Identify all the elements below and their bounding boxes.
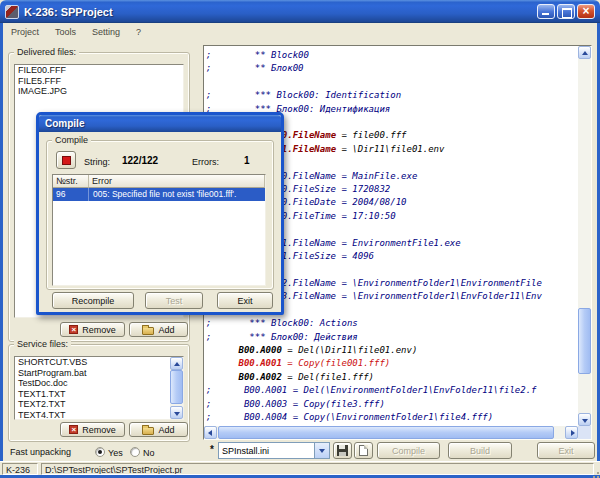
code-line: ; *** Блок00: Действия — [206, 331, 577, 344]
code-line: ; B00.A003 = Copy(file3.fff) — [206, 398, 577, 411]
maximize-button[interactable] — [557, 4, 575, 19]
modified-marker: * — [210, 444, 214, 455]
build-button[interactable]: Build — [448, 442, 512, 459]
menu-item-project[interactable]: Project — [3, 25, 47, 39]
code-line: ; *** Block00: Identification — [206, 89, 577, 102]
stop-icon — [62, 156, 71, 165]
compile-group-label: Compile — [52, 135, 91, 145]
stop-button[interactable] — [56, 151, 76, 169]
exit-button[interactable]: Exit — [537, 442, 595, 459]
delivered-remove-label: Remove — [82, 325, 116, 335]
editor-horizontal-scrollbar[interactable] — [204, 426, 578, 439]
remove-icon: × — [69, 425, 78, 434]
delivered-remove-button[interactable]: × Remove — [60, 322, 125, 337]
fast-unpacking-yes-label: Yes — [108, 448, 123, 458]
error-row[interactable]: 96005: Specified file not exist 'file001… — [53, 188, 265, 201]
code-line: ; B00.A001 = Del(\EnvironmentFolder1\Env… — [206, 384, 577, 397]
column-header-error[interactable]: Error — [89, 175, 265, 188]
fast-unpacking-yes-radio[interactable] — [95, 447, 105, 457]
window-title: K-236: SPProject — [24, 6, 537, 18]
list-item[interactable]: FILE00.FFF — [15, 65, 183, 76]
scroll-up-button[interactable] — [578, 46, 591, 59]
string-value: 122/122 — [122, 155, 158, 166]
dialog-title-bar[interactable]: Compile — [39, 115, 281, 132]
list-item[interactable]: TEXT1.TXT — [15, 389, 183, 400]
compile-dialog: Compile Compile String: 122/122 Errors: … — [36, 112, 284, 315]
service-scrollbar[interactable] — [170, 357, 183, 419]
exit-button-label: Exit — [558, 446, 573, 456]
test-button-label: Test — [166, 296, 183, 306]
dialog-exit-button-label: Exit — [237, 296, 252, 306]
folder-icon — [142, 327, 154, 335]
scrollbar-corner — [578, 426, 591, 439]
status-app-name: K-236 — [2, 463, 38, 475]
error-table[interactable]: №str. Error 96005: Specified file not ex… — [52, 174, 266, 286]
main-window: K-236: SPProject ProjectToolsSetting? De… — [0, 0, 600, 478]
scroll-thumb[interactable] — [170, 370, 183, 404]
service-files-label: Service files: — [14, 339, 71, 349]
menu-item-tools[interactable]: Tools — [47, 25, 84, 39]
code-line: ; *** Block00: Actions — [206, 317, 577, 330]
menu-item-setting[interactable]: Setting — [84, 25, 128, 39]
title-bar[interactable]: K-236: SPProject — [0, 0, 600, 23]
ini-file-value: SPInstall.ini — [219, 446, 314, 456]
build-button-label: Build — [470, 446, 490, 456]
compile-button[interactable]: Compile — [377, 442, 440, 459]
status-bar: K-236 D:\SPTestProject\SPTestProject.pr — [0, 461, 600, 475]
scroll-thumb[interactable] — [218, 426, 554, 439]
delivered-add-label: Add — [158, 325, 174, 335]
service-add-button[interactable]: Add — [129, 422, 188, 437]
minimize-button[interactable] — [537, 4, 555, 19]
ini-file-combobox[interactable]: SPInstall.ini — [218, 442, 330, 459]
close-button[interactable] — [577, 4, 595, 19]
delivered-add-button[interactable]: Add — [129, 322, 188, 337]
scroll-right-button[interactable] — [565, 426, 578, 439]
combobox-dropdown-button[interactable] — [314, 443, 329, 458]
list-item[interactable]: IMAGE.JPG — [15, 86, 183, 97]
list-item[interactable]: StartProgram.bat — [15, 368, 183, 379]
new-ini-button[interactable] — [354, 442, 373, 459]
dialog-title: Compile — [45, 118, 84, 129]
test-button[interactable]: Test — [145, 292, 203, 309]
service-remove-button[interactable]: × Remove — [60, 422, 125, 437]
new-document-icon — [359, 445, 368, 456]
list-item[interactable]: TEXT4.TXT — [15, 410, 183, 421]
scroll-down-button[interactable] — [578, 413, 591, 426]
list-item[interactable]: SHORTCUT.VBS — [15, 357, 183, 368]
list-item[interactable]: FILE5.FFF — [15, 76, 183, 87]
errors-label: Errors: — [192, 157, 219, 167]
code-line: ; B00.A005 = Exec(program1.exe) — [206, 424, 577, 425]
code-line: B00.A001 = Copy(file001.fff) — [206, 357, 577, 370]
string-label: String: — [84, 157, 110, 167]
list-item[interactable]: TEXT2.TXT — [15, 399, 183, 410]
delivered-files-label: Delivered files: — [14, 47, 79, 57]
fast-unpacking-no-radio[interactable] — [130, 447, 140, 457]
scroll-down-button[interactable] — [170, 406, 183, 419]
dialog-exit-button[interactable]: Exit — [217, 292, 273, 309]
menu-item-help[interactable]: ? — [128, 25, 149, 39]
status-project-path: D:\SPTestProject\SPTestProject.pr — [41, 463, 594, 475]
list-item[interactable]: TestDoc.doc — [15, 378, 183, 389]
scroll-thumb[interactable] — [578, 308, 591, 374]
folder-icon — [142, 427, 154, 435]
code-line: B00.A002 = Del(file1.fff) — [206, 371, 577, 384]
window-border-left — [0, 23, 3, 478]
recompile-button[interactable]: Recompile — [52, 292, 134, 309]
code-line: ; ** Block00 — [206, 49, 577, 62]
editor-vertical-scrollbar[interactable] — [578, 46, 591, 426]
service-remove-label: Remove — [82, 425, 116, 435]
save-ini-button[interactable] — [333, 442, 352, 459]
remove-icon: × — [69, 325, 78, 334]
service-files-list[interactable]: SHORTCUT.VBSStartProgram.batTestDoc.docT… — [14, 356, 184, 420]
fast-unpacking-no-label: No — [143, 448, 155, 458]
error-row-message: 005: Specified file not exist 'file001.f… — [89, 188, 265, 201]
column-header-nstr[interactable]: №str. — [53, 175, 89, 188]
code-line: ; ** Блок00 — [206, 62, 577, 75]
code-line: B00.A000 = Del(\Dir11\file01.env) — [206, 344, 577, 357]
code-line: ; B00.A004 = Copy(\EnvironmentFolder1\fi… — [206, 411, 577, 424]
app-icon — [5, 5, 19, 19]
scroll-left-button[interactable] — [204, 426, 217, 439]
resize-grip[interactable] — [597, 472, 599, 474]
scroll-up-button[interactable] — [170, 357, 183, 370]
service-add-label: Add — [158, 425, 174, 435]
